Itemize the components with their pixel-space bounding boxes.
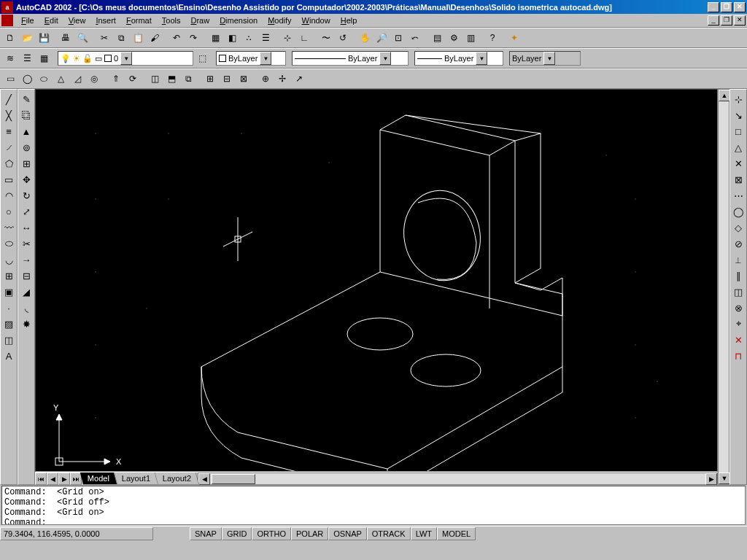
status-toggle-otrack[interactable]: OTRACK <box>367 527 411 540</box>
meetnow-icon[interactable]: ⛬ <box>241 30 257 46</box>
status-toggle-lwt[interactable]: LWT <box>411 527 437 540</box>
tab-prev-icon[interactable]: ◀ <box>47 472 58 485</box>
zoom-realtime-icon[interactable]: 🔎 <box>374 30 390 46</box>
snap-none-icon[interactable]: ✕ <box>730 332 746 348</box>
status-toggle-osnap[interactable]: OSNAP <box>328 527 367 540</box>
layer-dropdown[interactable]: 💡 ☀ 🔓 ▭ 0 ▼ <box>58 51 193 66</box>
maximize-button[interactable]: ❐ <box>721 2 732 12</box>
insert-icon[interactable]: ⊞ <box>1 268 17 284</box>
box-icon[interactable]: ▭ <box>2 71 18 87</box>
layer-filter-icon[interactable]: ▦ <box>36 50 52 66</box>
sphere-icon[interactable]: ◯ <box>19 71 35 87</box>
snap-ins-icon[interactable]: ◫ <box>730 284 746 300</box>
interfere-icon[interactable]: ⧉ <box>180 71 196 87</box>
ellipse-icon[interactable]: ⬭ <box>1 236 17 252</box>
redraw-icon[interactable]: ↺ <box>335 30 351 46</box>
command-window[interactable]: Command: <Grid on> Command: <Grid off> C… <box>1 486 746 525</box>
snap-near-icon[interactable]: ⌖ <box>730 316 746 332</box>
publish-icon[interactable]: ☰ <box>258 30 274 46</box>
extend-icon[interactable]: → <box>18 252 34 268</box>
dropdown-arrow-icon[interactable]: ▼ <box>543 52 555 65</box>
tab-layout2[interactable]: Layout2 <box>155 472 200 485</box>
polygon-icon[interactable]: ⬠ <box>1 155 17 171</box>
tab-first-icon[interactable]: ⏮ <box>35 472 47 485</box>
hatch-icon[interactable]: ▨ <box>1 316 17 332</box>
scale-icon[interactable]: ⤢ <box>18 203 34 219</box>
menu-modify[interactable]: Modify <box>263 15 296 26</box>
point-icon[interactable]: · <box>1 300 17 316</box>
menu-format[interactable]: Format <box>121 15 157 26</box>
menu-tools[interactable]: Tools <box>157 15 186 26</box>
status-toggle-grid[interactable]: GRID <box>222 527 252 540</box>
ellipsearc-icon[interactable]: ◡ <box>1 252 17 268</box>
designcenter-icon[interactable]: ▥ <box>462 30 479 46</box>
snap-temp-icon[interactable]: ⊹ <box>730 91 746 107</box>
mline-icon[interactable]: ≡ <box>1 123 17 139</box>
save-icon[interactable]: 💾 <box>36 30 52 46</box>
menu-view[interactable]: View <box>63 15 91 26</box>
text-icon[interactable]: A <box>1 348 17 364</box>
doc-restore-button[interactable]: ❐ <box>721 15 732 26</box>
tab-layout1[interactable]: Layout1 <box>115 472 159 485</box>
explode-icon[interactable]: ✸ <box>18 316 34 332</box>
dropdown-arrow-icon[interactable]: ▼ <box>476 52 487 65</box>
mirror-icon[interactable]: ▲ <box>18 123 34 139</box>
menu-help[interactable]: Help <box>336 15 363 26</box>
lineweight-dropdown[interactable]: ByLayer ▼ <box>414 51 503 66</box>
scroll-thumb[interactable] <box>212 474 255 484</box>
pline-icon[interactable]: ⟋ <box>1 139 17 155</box>
3dswivel-icon[interactable]: ↗ <box>291 71 307 87</box>
move-icon[interactable]: ✥ <box>18 171 34 187</box>
layers-icon[interactable]: ☰ <box>19 50 35 66</box>
status-toggle-model[interactable]: MODEL <box>437 527 476 540</box>
fillet-icon[interactable]: ◟ <box>18 300 34 316</box>
setup-profile-icon[interactable]: ⊠ <box>236 71 252 87</box>
autodesk-icon[interactable]: ◧ <box>224 30 240 46</box>
setup-view-icon[interactable]: ⊟ <box>219 71 235 87</box>
vertical-scrollbar[interactable]: ▲ ▼ <box>718 89 729 485</box>
copy-obj-icon[interactable]: ⿻ <box>18 107 34 123</box>
3dcontorbit-icon[interactable]: ✢ <box>274 71 290 87</box>
menu-file[interactable]: File <box>16 15 39 26</box>
menu-window[interactable]: Window <box>297 15 336 26</box>
dropdown-arrow-icon[interactable]: ▼ <box>260 52 271 65</box>
snap-from-icon[interactable]: ↘ <box>730 107 746 123</box>
region-icon[interactable]: ◫ <box>1 332 17 348</box>
open-icon[interactable]: 📂 <box>19 30 35 46</box>
cylinder-icon[interactable]: ⬭ <box>36 71 52 87</box>
snap-appint-icon[interactable]: ⊠ <box>730 171 746 187</box>
paste-icon[interactable]: 📋 <box>130 30 146 46</box>
plotstyle-dropdown[interactable]: ByLayer ▼ <box>509 51 581 66</box>
snap-par-icon[interactable]: ∥ <box>730 268 746 284</box>
spline-icon[interactable]: 〰 <box>1 219 17 236</box>
setup-draw-icon[interactable]: ⊞ <box>202 71 218 87</box>
array-icon[interactable]: ⊞ <box>18 155 34 171</box>
tab-model[interactable]: Model <box>80 472 118 485</box>
snap-qua-icon[interactable]: ◇ <box>730 219 746 236</box>
zoom-prev-icon[interactable]: ⤺ <box>407 30 423 46</box>
redo-icon[interactable]: ↷ <box>185 30 201 46</box>
menu-draw[interactable]: Draw <box>185 15 214 26</box>
cone-icon[interactable]: △ <box>53 71 69 87</box>
status-toggle-ortho[interactable]: ORTHO <box>252 527 291 540</box>
status-toggle-polar[interactable]: POLAR <box>291 527 328 540</box>
scroll-left-icon[interactable]: ◀ <box>198 473 210 485</box>
color-dropdown[interactable]: ByLayer ▼ <box>216 51 286 66</box>
snap-end-icon[interactable]: □ <box>730 123 746 139</box>
snap-int-icon[interactable]: ✕ <box>730 155 746 171</box>
chamfer-icon[interactable]: ◢ <box>18 284 34 300</box>
snap-cen-icon[interactable]: ◯ <box>730 203 746 219</box>
snap-mid-icon[interactable]: △ <box>730 139 746 155</box>
zoom-window-icon[interactable]: ⊡ <box>390 30 406 46</box>
section-icon[interactable]: ⬒ <box>163 71 179 87</box>
drawing-canvas[interactable]: X Y <box>35 89 718 472</box>
horizontal-scrollbar[interactable]: ◀ ▶ <box>198 472 718 485</box>
menu-edit[interactable]: Edit <box>39 15 63 26</box>
doc-minimize-button[interactable]: _ <box>708 15 719 26</box>
status-toggle-snap[interactable]: SNAP <box>190 527 222 540</box>
xline-icon[interactable]: ╳ <box>1 107 17 123</box>
break-icon[interactable]: ⊟ <box>18 268 34 284</box>
coordinates-display[interactable]: 79.3404, 116.4595, 0.0000 <box>0 527 153 540</box>
3dorbit-icon[interactable]: ⊕ <box>258 71 274 87</box>
erase-icon[interactable]: ✎ <box>18 91 34 107</box>
